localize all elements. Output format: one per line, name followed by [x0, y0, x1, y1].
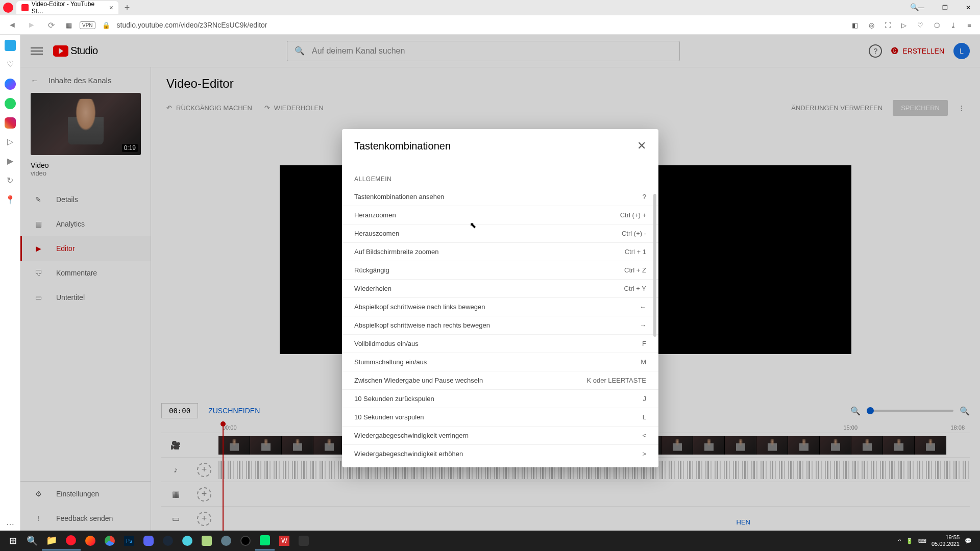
shortcut-key: F	[642, 340, 646, 347]
tab-close-icon[interactable]: ×	[109, 4, 113, 12]
shortcut-key: >	[642, 450, 646, 458]
modal-body[interactable]: ALLGEMEIN Tastenkombinationen ansehen?He…	[342, 163, 658, 467]
taskbar-obs-icon[interactable]	[236, 531, 255, 550]
window-maximize-button[interactable]: ❐	[933, 0, 957, 15]
taskbar-app1-icon[interactable]	[178, 531, 197, 550]
modal-close-button[interactable]: ✕	[637, 139, 646, 153]
opera-logo-icon[interactable]	[3, 3, 13, 13]
tray-notifications-icon[interactable]: 💬	[965, 538, 972, 544]
addr-icon-7[interactable]: ⤓	[947, 19, 959, 31]
system-tray: ^ 🔋 ⌨ 19:55 05.09.2021 💬	[898, 534, 977, 547]
tab-title: Video-Editor - YouTube St…	[32, 1, 106, 15]
taskbar-photoshop-icon[interactable]: Ps	[119, 531, 139, 550]
shortcut-row: HerauszoomenCtrl (+) -	[342, 224, 658, 243]
shortcut-key: K oder LEERTASTE	[586, 377, 646, 384]
shortcut-key: L	[643, 413, 646, 421]
addr-icon-3[interactable]: ⛶	[882, 19, 893, 31]
shortcuts-modal: Tastenkombinationen ✕ ALLGEMEIN Tastenko…	[342, 129, 658, 467]
window-close-button[interactable]: ✕	[957, 0, 980, 15]
vpn-badge[interactable]: VPN	[80, 21, 95, 29]
windows-taskbar: ⊞ 🔍 📁 Ps W ^ 🔋 ⌨ 19:55 05.09.2021 💬	[0, 531, 980, 551]
addr-icon-1[interactable]: ◧	[849, 19, 861, 31]
tray-clock[interactable]: 19:55 05.09.2021	[932, 534, 960, 547]
shortcut-row: HeranzoomenCtrl (+) +	[342, 206, 658, 224]
shortcut-row: Vollbildmodus ein/ausF	[342, 335, 658, 353]
taskbar-app5-icon[interactable]: W	[275, 531, 294, 550]
tray-battery-icon[interactable]: 🔋	[906, 538, 913, 544]
shortcut-desc: Herauszoomen	[354, 230, 622, 237]
shortcut-desc: Zwischen Wiedergabe und Pause wechseln	[354, 377, 586, 384]
lock-icon[interactable]: 🔒	[101, 19, 112, 31]
sidebar-telegram-icon[interactable]	[5, 40, 16, 51]
shortcut-key: <	[642, 432, 646, 439]
shortcut-row: Zwischen Wiedergabe und Pause wechselnK …	[342, 371, 658, 390]
shortcut-key: Ctrl + 1	[625, 248, 646, 256]
taskbar-app4-icon[interactable]	[255, 531, 275, 550]
taskbar-app6-icon[interactable]	[294, 531, 313, 550]
sidebar-heart-icon[interactable]: ♡	[5, 59, 16, 70]
shortcut-desc: Vollbildmodus ein/aus	[354, 340, 642, 347]
addr-icon-5[interactable]: ♡	[915, 19, 926, 31]
shortcut-row: Abspielkopf schrittweise nach links bewe…	[342, 298, 658, 316]
shortcut-row: RückgängigCtrl + Z	[342, 261, 658, 280]
taskbar-explorer-icon[interactable]: 📁	[42, 531, 61, 550]
shortcut-key: ←	[640, 303, 646, 311]
modal-scrollbar[interactable]	[653, 194, 656, 337]
shortcut-row: Wiedergabegeschwindigkeit erhöhen>	[342, 445, 658, 463]
sidebar-instagram-icon[interactable]	[5, 117, 16, 129]
shortcut-desc: 10 Sekunden zurückspulen	[354, 395, 643, 403]
taskbar-opera-icon[interactable]	[61, 531, 81, 550]
start-button[interactable]: ⊞	[3, 531, 22, 550]
url-text[interactable]: studio.youtube.com/video/z3RNcEsUC9k/edi…	[117, 21, 844, 29]
shortcut-key: M	[641, 358, 646, 366]
tray-lang-icon[interactable]: ⌨	[918, 538, 926, 544]
shortcut-row: 10 Sekunden zurückspulenJ	[342, 390, 658, 408]
address-bar: ◄ ► ⟳ ▦ VPN 🔒 studio.youtube.com/video/z…	[0, 15, 980, 35]
addr-icon-8[interactable]: ≡	[964, 19, 975, 31]
taskbar-chrome-icon[interactable]	[100, 531, 119, 550]
shortcut-desc: Abspielkopf schrittweise nach rechts bew…	[354, 321, 640, 329]
sidebar-history-icon[interactable]: ↻	[5, 176, 16, 187]
window-controls: — ❐ ✕	[910, 0, 980, 15]
modal-header: Tastenkombinationen ✕	[342, 129, 658, 163]
addr-icon-4[interactable]: ▷	[898, 19, 910, 31]
sidebar-play-icon[interactable]: ▷	[5, 137, 16, 148]
taskbar-app2-icon[interactable]	[197, 531, 216, 550]
shortcut-desc: Rückgängig	[354, 266, 624, 274]
shortcut-row: 10 Sekunden vorspulenL	[342, 408, 658, 427]
shortcut-row: Tastenkombinationen ansehen?	[342, 188, 658, 206]
window-minimize-button[interactable]: —	[910, 0, 933, 15]
sidebar-more-icon[interactable]: ⋯	[5, 519, 16, 531]
taskbar-steam-icon[interactable]	[158, 531, 178, 550]
addr-icon-6[interactable]: ⬡	[931, 19, 942, 31]
new-tab-button[interactable]: +	[120, 1, 134, 14]
sidebar-messenger-icon[interactable]	[5, 79, 16, 90]
shortcut-key: Ctrl (+) +	[620, 211, 646, 219]
shortcut-key: Ctrl (+) -	[622, 230, 646, 237]
taskbar-app3-icon[interactable]	[216, 531, 236, 550]
nav-reload-button[interactable]: ⟳	[44, 18, 58, 32]
taskbar-discord-icon[interactable]	[139, 531, 158, 550]
nav-back-button[interactable]: ◄	[5, 18, 19, 32]
nav-forward-button[interactable]: ►	[24, 18, 39, 32]
shortcut-desc: Heranzoomen	[354, 211, 620, 219]
sidebar-pinboard-icon[interactable]: 📍	[5, 195, 16, 206]
shortcut-key: J	[643, 395, 647, 403]
taskbar-search-icon[interactable]: 🔍	[22, 531, 42, 550]
address-right-icons: ◧ ◎ ⛶ ▷ ♡ ⬡ ⤓ ≡	[849, 19, 975, 31]
speed-dial-icon[interactable]: ▦	[63, 19, 75, 31]
shortcut-desc: Stummschaltung ein/aus	[354, 358, 641, 366]
browser-tab[interactable]: Video-Editor - YouTube St… ×	[16, 1, 118, 14]
sidebar-whatsapp-icon[interactable]	[5, 98, 16, 109]
addr-icon-2[interactable]: ◎	[866, 19, 877, 31]
tray-chevron-icon[interactable]: ^	[898, 538, 901, 544]
shortcut-row: Auf Bildschirmbreite zoomenCtrl + 1	[342, 243, 658, 261]
shortcut-key: Ctrl + Y	[624, 285, 646, 292]
tray-time: 19:55	[932, 534, 960, 541]
shortcut-desc: Wiedergabegeschwindigkeit erhöhen	[354, 450, 642, 458]
taskbar-firefox-icon[interactable]	[81, 531, 100, 550]
sidebar-player-icon[interactable]: ▶	[5, 156, 16, 167]
shortcut-key: →	[640, 321, 646, 329]
shortcut-desc: Tastenkombinationen ansehen	[354, 193, 643, 201]
shortcut-row: Wiedergabegeschwindigkeit verringern<	[342, 427, 658, 445]
